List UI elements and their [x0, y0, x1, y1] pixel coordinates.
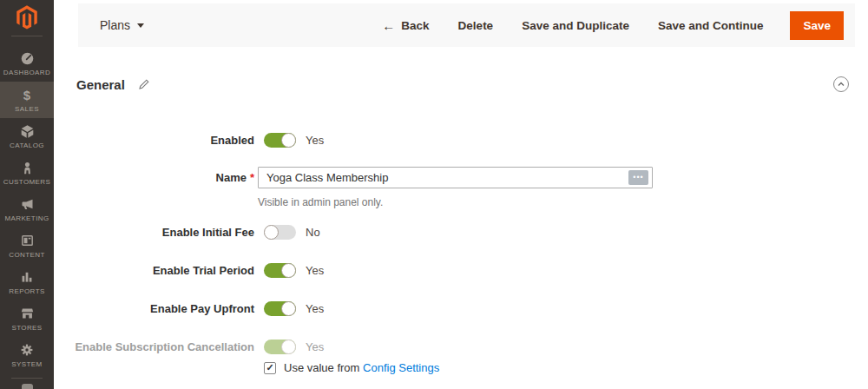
catalog-icon: [20, 124, 35, 139]
toolbar-actions: ← Back Delete Save and Duplicate Save an…: [353, 11, 844, 40]
save-button[interactable]: Save: [790, 11, 844, 40]
use-config-checkbox[interactable]: ✓: [264, 362, 276, 374]
name-note-row: Visible in admin panel only.: [54, 188, 868, 208]
page-title: Plans: [100, 18, 130, 32]
subscription-cancellation-toggle-value: Yes: [306, 340, 324, 353]
initial-fee-row: Enable Initial Fee No: [54, 225, 868, 240]
general-form: Enabled Yes Name* •••: [54, 133, 868, 374]
enabled-toggle-value: Yes: [306, 134, 324, 147]
name-helper-note: Visible in admin panel only.: [258, 196, 383, 208]
save-and-duplicate-button[interactable]: Save and Duplicate: [522, 19, 629, 32]
magento-logo-icon: [14, 5, 40, 33]
initial-fee-label: Enable Initial Fee: [54, 226, 254, 239]
required-asterisk: *: [250, 171, 254, 184]
trial-period-label: Enable Trial Period: [54, 264, 254, 277]
sidebar-item-stores[interactable]: STORES: [0, 300, 54, 337]
trial-period-row: Enable Trial Period Yes: [54, 263, 868, 278]
toggle-knob: [264, 225, 279, 240]
pay-upfront-row: Enable Pay Upfront Yes: [54, 301, 868, 316]
toggle-knob: [281, 133, 296, 148]
back-arrow-icon: ←: [382, 19, 395, 32]
dashboard-icon: [20, 51, 35, 66]
name-label: Name*: [54, 171, 254, 184]
back-button-label: Back: [401, 19, 429, 32]
subscription-cancellation-label: Enable Subscription Cancellation: [54, 340, 254, 353]
main-content: Plans ← Back Delete Save and Duplicate S…: [54, 0, 868, 389]
sidebar-item-reports[interactable]: REPORTS: [0, 264, 54, 300]
sidebar-item-label: REPORTS: [9, 287, 44, 295]
sidebar-item-content[interactable]: CONTENT: [0, 227, 54, 264]
checkmark-icon: ✓: [266, 363, 273, 373]
sidebar-item-label: STORES: [11, 324, 42, 332]
subscription-cancellation-toggle: [264, 340, 296, 354]
magento-logo[interactable]: [0, 0, 54, 35]
reports-icon: [20, 270, 34, 285]
subscription-cancellation-group: Enable Subscription Cancellation Yes ✓ U…: [54, 340, 868, 374]
admin-app: DASHBOARD $ SALES CATALOG CUSTOMERS: [0, 0, 868, 389]
pay-upfront-toggle-value: Yes: [306, 302, 324, 315]
use-config-label: Use value from Config Settings: [284, 361, 439, 374]
page-actions-toolbar: Plans ← Back Delete Save and Duplicate S…: [78, 3, 855, 47]
sidebar-item-label: MARKETING: [4, 214, 49, 222]
enabled-row: Enabled Yes: [54, 133, 868, 148]
sidebar-item-sales[interactable]: $ SALES: [0, 82, 54, 118]
sidebar: DASHBOARD $ SALES CATALOG CUSTOMERS: [0, 0, 54, 389]
subscription-cancellation-row: Enable Subscription Cancellation Yes: [54, 340, 868, 354]
name-row: Name* •••: [54, 167, 868, 188]
customers-icon: [21, 161, 34, 175]
section-title: General: [76, 77, 125, 92]
sidebar-partial-item-icon[interactable]: [22, 384, 33, 389]
back-button[interactable]: ← Back: [382, 19, 429, 32]
enabled-toggle[interactable]: [264, 133, 296, 148]
delete-button[interactable]: Delete: [458, 19, 494, 32]
sidebar-item-label: SALES: [15, 105, 39, 113]
sidebar-item-marketing[interactable]: MARKETING: [0, 191, 54, 227]
edit-pencil-icon[interactable]: [138, 78, 150, 90]
sidebar-divider: [11, 378, 43, 379]
sidebar-item-customers[interactable]: CUSTOMERS: [0, 155, 54, 191]
sidebar-item-label: SYSTEM: [11, 360, 42, 368]
sidebar-item-label: CONTENT: [9, 251, 44, 259]
toggle-knob: [281, 301, 296, 316]
general-section-header: General: [76, 76, 855, 92]
initial-fee-toggle-value: No: [306, 226, 320, 239]
system-icon: [20, 343, 34, 358]
save-and-continue-button[interactable]: Save and Continue: [658, 19, 764, 32]
trial-period-toggle[interactable]: [264, 263, 296, 278]
initial-fee-toggle[interactable]: [264, 225, 296, 240]
sidebar-item-system[interactable]: SYSTEM: [0, 337, 54, 373]
collapse-section-button[interactable]: [833, 76, 849, 92]
sidebar-nav: DASHBOARD $ SALES CATALOG CUSTOMERS: [0, 45, 54, 373]
page-title-dropdown[interactable]: Plans: [100, 18, 144, 32]
use-config-row: ✓ Use value from Config Settings: [54, 354, 868, 374]
toggle-knob: [281, 263, 296, 278]
sidebar-divider: [11, 36, 43, 36]
sidebar-item-label: CATALOG: [10, 142, 44, 149]
content-icon: [20, 234, 35, 248]
sidebar-item-dashboard[interactable]: DASHBOARD: [0, 45, 54, 82]
sales-icon: $: [23, 88, 30, 102]
more-options-icon[interactable]: •••: [628, 170, 648, 185]
pay-upfront-label: Enable Pay Upfront: [54, 302, 254, 315]
toggle-knob: [281, 340, 296, 354]
trial-period-toggle-value: Yes: [306, 264, 324, 277]
stores-icon: [20, 307, 35, 321]
chevron-down-icon: [137, 23, 144, 28]
sidebar-item-label: CUSTOMERS: [3, 178, 51, 186]
marketing-icon: [20, 197, 35, 212]
sidebar-item-label: DASHBOARD: [3, 69, 50, 76]
pay-upfront-toggle[interactable]: [264, 301, 296, 316]
sidebar-item-catalog[interactable]: CATALOG: [0, 118, 54, 155]
enabled-label: Enabled: [54, 134, 254, 147]
config-settings-link[interactable]: Config Settings: [363, 361, 439, 374]
name-input[interactable]: [258, 167, 653, 188]
